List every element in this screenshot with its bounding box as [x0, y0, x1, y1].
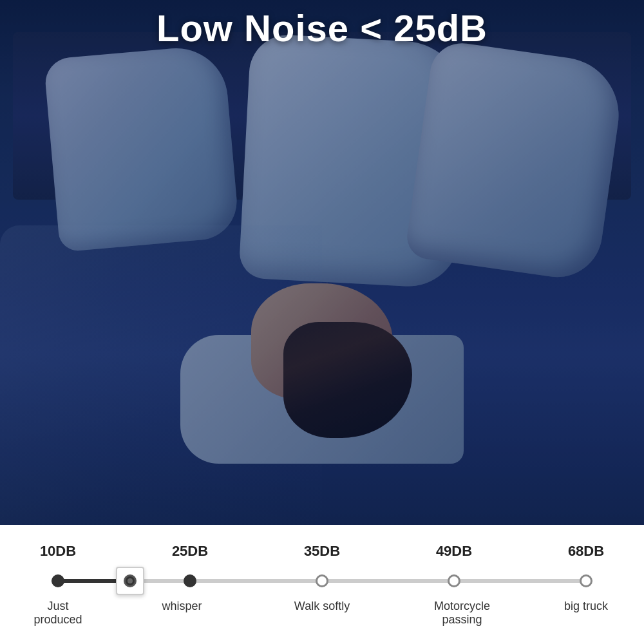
dot-1: [184, 574, 196, 587]
slider-track-container[interactable]: [19, 565, 625, 597]
page-title: Low Noise < 25dB: [0, 6, 644, 50]
blue-overlay: [0, 0, 644, 528]
camera-icon: [116, 567, 144, 595]
dot-2: [316, 574, 328, 587]
main-container: Low Noise < 25dB 10DB 25DB 35DB 49DB 68D…: [0, 0, 644, 644]
desc-whisper: whisper: [134, 600, 231, 627]
dot-3: [448, 574, 460, 587]
desc-just-produced: Just produced: [26, 600, 90, 627]
dot-0: [52, 574, 64, 587]
db-label-68: 68DB: [554, 543, 618, 560]
desc-big-truck: big truck: [554, 600, 618, 627]
desc-motorcycle: Motorcycle passing: [414, 600, 511, 627]
camera-lens-inner: [128, 578, 133, 583]
camera-position-indicator: [116, 567, 144, 595]
bottom-bar: 10DB 25DB 35DB 49DB 68DB: [0, 525, 644, 644]
db-label-35: 35DB: [290, 543, 354, 560]
camera-lens: [124, 574, 137, 587]
description-labels-row: Just produced whisper Walk softly Motorc…: [19, 597, 625, 627]
db-label-49: 49DB: [422, 543, 486, 560]
db-label-25: 25DB: [158, 543, 222, 560]
db-label-10: 10DB: [26, 543, 90, 560]
db-labels-row: 10DB 25DB 35DB 49DB 68DB: [19, 543, 625, 560]
desc-walk-softly: Walk softly: [274, 600, 370, 627]
dot-4: [580, 574, 592, 587]
